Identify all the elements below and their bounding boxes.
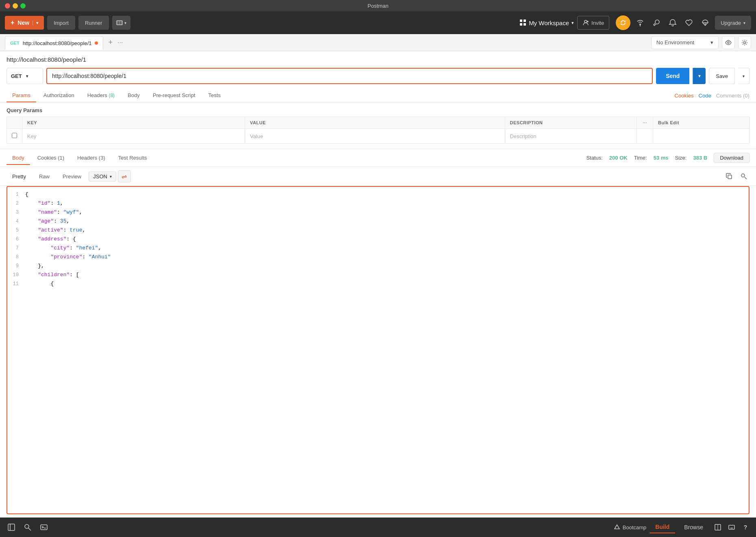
parachute-button[interactable] — [699, 15, 712, 30]
import-button[interactable]: Import — [47, 16, 75, 30]
sync-button[interactable] — [616, 15, 630, 30]
res-tab-body[interactable]: Body — [7, 152, 30, 165]
param-checkbox[interactable] — [12, 133, 17, 138]
env-eye-button[interactable] — [722, 36, 735, 49]
code-link[interactable]: Code — [699, 93, 711, 99]
line-content: "age": 35, — [22, 217, 749, 226]
active-tab[interactable]: GET http://localhost:8080/people/1 — [5, 36, 103, 50]
table-row: Key Value Description — [7, 129, 749, 144]
capture-icon — [116, 19, 123, 26]
tab-tests[interactable]: Tests — [203, 89, 226, 102]
cookies-link[interactable]: Cookies — [675, 93, 694, 99]
line-number: 10 — [7, 271, 22, 279]
time-label: Time: — [634, 155, 647, 161]
sidebar-icon — [8, 524, 15, 531]
save-button[interactable]: Save — [709, 68, 735, 84]
value-cell[interactable]: Value — [245, 129, 505, 144]
close-btn[interactable] — [5, 3, 10, 9]
copy-button[interactable] — [723, 171, 735, 182]
method-value: GET — [11, 73, 22, 79]
tab-body[interactable]: Body — [122, 89, 146, 102]
key-cell[interactable]: Key — [22, 129, 245, 144]
search-bottom[interactable] — [21, 521, 34, 534]
code-line: 2 "id": 1, — [7, 199, 749, 208]
body-raw-tab[interactable]: Raw — [33, 171, 55, 182]
row-checkbox[interactable] — [7, 129, 22, 144]
send-dropdown[interactable]: ▾ — [693, 68, 706, 84]
body-preview-tab[interactable]: Preview — [57, 171, 87, 182]
line-content: { — [22, 190, 749, 199]
desc-cell[interactable]: Description — [505, 129, 637, 144]
code-editor[interactable]: 1{2 "id": 1,3 "name": "wyf",4 "age": 35,… — [7, 186, 749, 514]
code-line: 7 "city": "hefei", — [7, 244, 749, 253]
help-icon[interactable]: ? — [740, 522, 751, 533]
console-toggle[interactable] — [37, 521, 50, 534]
res-tab-test-results[interactable]: Test Results — [113, 152, 153, 165]
browse-button[interactable]: Browse — [678, 522, 709, 533]
environment-select[interactable]: No Environment ▾ — [651, 36, 719, 49]
runner-button[interactable]: Runner — [78, 16, 109, 30]
env-gear-button[interactable] — [738, 36, 751, 49]
new-dropdown-arrow[interactable]: ▾ — [33, 21, 38, 25]
workspace-button[interactable]: My Workspace ▾ — [520, 19, 574, 26]
svg-point-15 — [741, 174, 745, 177]
url-input[interactable] — [46, 68, 653, 84]
response-tabs: Body Cookies (1) Headers (3) Test Result… — [0, 149, 756, 167]
body-pretty-tab[interactable]: Pretty — [7, 171, 32, 182]
tab-pre-request[interactable]: Pre-request Script — [147, 89, 201, 102]
add-tab-button[interactable]: + — [105, 38, 116, 47]
res-tab-headers[interactable]: Headers (3) — [72, 152, 111, 165]
bulk-edit-btn[interactable]: Bulk Edit — [653, 117, 749, 129]
maximize-btn[interactable] — [20, 3, 26, 9]
col-value: VALUE — [245, 117, 505, 129]
download-button[interactable]: Download — [714, 153, 749, 163]
format-select[interactable]: JSON ▾ — [89, 171, 116, 182]
desc-placeholder: Description — [510, 133, 537, 139]
invite-icon — [582, 19, 589, 26]
method-select[interactable]: GET ▾ — [7, 68, 43, 84]
send-button[interactable]: Send — [656, 68, 689, 84]
bell-button[interactable] — [666, 15, 679, 30]
line-content: }, — [22, 262, 749, 271]
parachute-icon — [701, 19, 709, 27]
keyboard-icon[interactable] — [726, 522, 737, 533]
capture-button[interactable]: ▾ — [112, 16, 130, 30]
status-value: 200 OK — [609, 155, 628, 161]
wrench-button[interactable] — [650, 15, 663, 30]
tab-modified-dot — [95, 41, 98, 45]
line-number: 11 — [7, 279, 22, 288]
search-button[interactable] — [738, 171, 749, 182]
bootcamp-icon — [614, 524, 620, 531]
bootcamp-button[interactable]: Bootcamp — [614, 524, 647, 531]
request-tab-right: Cookies Code Comments (0) — [675, 93, 749, 99]
svg-point-13 — [744, 41, 746, 43]
col-description: DESCRIPTION — [505, 117, 637, 129]
wrap-button[interactable]: ⇌ — [118, 170, 131, 182]
antenna-button[interactable] — [634, 15, 647, 30]
comments-link[interactable]: Comments (0) — [716, 93, 749, 99]
save-dropdown[interactable]: ▾ — [738, 68, 749, 84]
svg-point-19 — [25, 524, 29, 528]
two-pane-icon[interactable] — [712, 522, 723, 533]
capture-arrow: ▾ — [124, 21, 126, 25]
minimize-btn[interactable] — [13, 3, 18, 9]
tab-authorization[interactable]: Authorization — [38, 89, 80, 102]
tab-headers[interactable]: Headers (8) — [82, 89, 120, 102]
response-area: Body Cookies (1) Headers (3) Test Result… — [0, 149, 756, 518]
workspace-arrow: ▾ — [571, 20, 574, 26]
wrap-icon: ⇌ — [122, 173, 127, 180]
more-tabs-button[interactable]: ··· — [117, 39, 123, 46]
sidebar-toggle[interactable] — [5, 521, 18, 534]
upgrade-button[interactable]: Upgrade ▾ — [715, 16, 751, 30]
search-icon — [741, 173, 747, 180]
heart-button[interactable] — [682, 15, 695, 30]
res-tab-cookies[interactable]: Cookies (1) — [32, 152, 70, 165]
tab-params[interactable]: Params — [7, 89, 36, 102]
build-button[interactable]: Build — [650, 521, 675, 533]
invite-button[interactable]: Invite — [577, 16, 609, 30]
params-table: KEY VALUE DESCRIPTION ··· Bulk Edit Key — [7, 117, 749, 144]
code-line: 8 "province": "Anhui" — [7, 253, 749, 262]
sync-icon — [619, 19, 627, 26]
new-button[interactable]: + New ▾ — [5, 16, 44, 30]
line-number: 3 — [7, 208, 22, 217]
